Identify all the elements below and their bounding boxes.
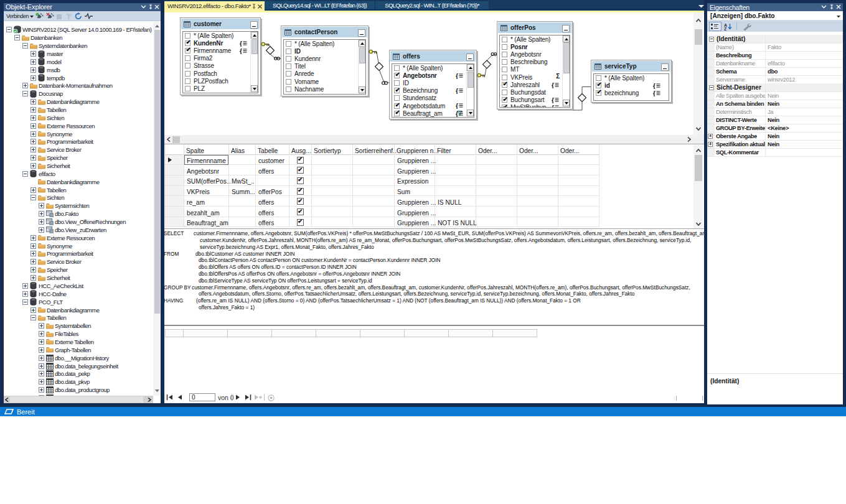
svg-text:{: { [653,90,656,96]
svg-text:{: { [653,83,656,89]
svg-text:{: { [456,103,458,109]
svg-text:{: { [456,73,458,79]
svg-text:{: { [456,88,458,94]
svg-text:{: { [552,105,554,108]
svg-text:{: { [552,97,554,103]
svg-text:Z: Z [724,27,727,30]
svg-text:{: { [240,40,242,47]
svg-text:{: { [240,48,242,54]
svg-text:{: { [552,82,554,88]
